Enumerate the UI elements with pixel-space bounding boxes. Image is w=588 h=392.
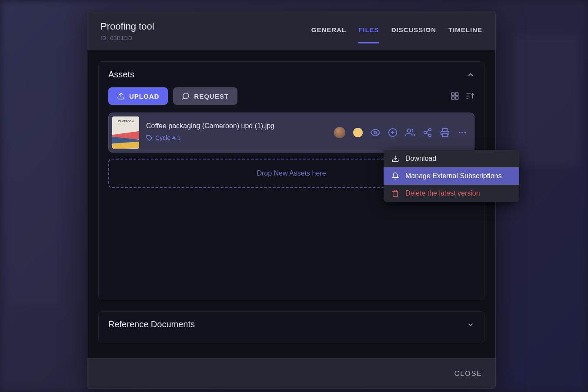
svg-line-19 [426, 130, 429, 132]
request-label: REQUEST [194, 93, 229, 100]
svg-rect-1 [452, 93, 454, 96]
status-indicator[interactable] [353, 128, 363, 137]
tab-timeline[interactable]: TIMELINE [448, 26, 482, 43]
upload-button[interactable]: UPLOAD [108, 87, 168, 105]
modal-footer: CLOSE [87, 358, 495, 389]
svg-point-22 [461, 132, 463, 133]
chevron-up-icon [467, 71, 474, 79]
title-block: Proofing tool ID: 03B1BD [100, 21, 154, 41]
svg-point-21 [459, 132, 461, 133]
modal-title: Proofing tool [100, 21, 154, 32]
svg-rect-20 [443, 133, 448, 136]
assets-title: Assets [108, 70, 134, 80]
tag-icon [146, 135, 153, 141]
user-avatar[interactable] [334, 127, 345, 138]
menu-delete-version[interactable]: Delete the latest version [384, 185, 519, 202]
assets-header[interactable]: Assets [99, 62, 484, 87]
thumb-label: CAMEROON [112, 120, 139, 123]
upload-label: UPLOAD [129, 93, 159, 100]
svg-rect-4 [452, 97, 454, 100]
menu-manage-label: Manage External Subscriptions [405, 172, 501, 180]
reference-section: Reference Documents [98, 311, 484, 342]
menu-download-label: Download [405, 155, 436, 163]
tab-bar: GENERAL FILES DISCUSSION TIMELINE [311, 26, 482, 43]
modal-header: Proofing tool ID: 03B1BD GENERAL FILES D… [87, 11, 495, 50]
reference-title: Reference Documents [108, 319, 195, 329]
asset-thumbnail: CAMEROON [112, 116, 139, 149]
svg-rect-3 [456, 97, 458, 100]
svg-line-18 [426, 133, 429, 135]
assets-actions: UPLOAD REQUEST [108, 87, 474, 105]
asset-meta: Coffee packaging (Cameroon) upd (1).jpg … [146, 122, 327, 143]
sort-button[interactable] [465, 91, 474, 101]
svg-point-23 [464, 132, 466, 133]
asset-cycle: Cycle # 1 [146, 134, 180, 141]
dropzone-text: Drop New Assets here [257, 169, 326, 177]
asset-item[interactable]: CAMEROON Coffee packaging (Cameroon) upd… [108, 113, 474, 153]
share-icon[interactable] [423, 128, 432, 137]
asset-actions [334, 127, 471, 138]
message-icon [182, 92, 190, 100]
upload-icon [117, 92, 125, 100]
download-icon [391, 155, 399, 163]
chevron-down-icon [467, 321, 474, 329]
print-icon[interactable] [440, 128, 450, 137]
reference-header[interactable]: Reference Documents [99, 312, 484, 337]
asset-context-menu: Download Manage External Subscriptions D… [384, 150, 519, 202]
svg-point-14 [408, 129, 411, 132]
bell-icon [391, 172, 399, 180]
sort-icon [465, 92, 474, 100]
svg-rect-2 [456, 93, 458, 96]
trash-icon [391, 189, 399, 197]
view-icon[interactable] [371, 128, 380, 137]
svg-point-17 [429, 134, 431, 137]
menu-download[interactable]: Download [384, 150, 519, 167]
svg-point-10 [374, 131, 377, 134]
modal-id: ID: 03B1BD [100, 35, 154, 41]
tab-files[interactable]: FILES [358, 26, 379, 43]
close-button[interactable]: CLOSE [454, 370, 482, 378]
menu-manage-subscriptions[interactable]: Manage External Subscriptions [384, 167, 519, 185]
menu-delete-label: Delete the latest version [405, 189, 480, 197]
tab-discussion[interactable]: DISCUSSION [391, 26, 436, 43]
tab-general[interactable]: GENERAL [311, 26, 346, 43]
more-icon[interactable] [458, 128, 467, 137]
add-icon[interactable] [388, 128, 398, 137]
asset-filename: Coffee packaging (Cameroon) upd (1).jpg [146, 122, 327, 130]
grid-view-button[interactable] [450, 91, 460, 101]
grid-icon [451, 92, 459, 100]
modal-body: Assets UPLOAD REQUEST [87, 50, 495, 358]
users-icon[interactable] [405, 128, 415, 137]
svg-point-15 [429, 129, 431, 131]
cycle-label: Cycle # 1 [155, 134, 180, 141]
svg-point-16 [424, 131, 427, 134]
request-button[interactable]: REQUEST [173, 87, 237, 105]
